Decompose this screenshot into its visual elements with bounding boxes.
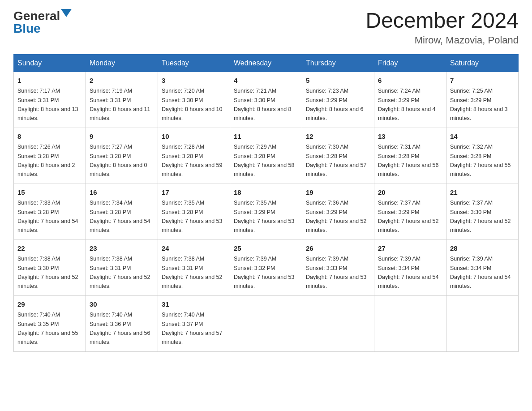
day-info: Sunrise: 7:40 AMSunset: 3:35 PMDaylight:… [17,312,78,345]
day-number: 9 [90,132,154,142]
day-number: 4 [234,76,298,86]
calendar-cell: 30 Sunrise: 7:40 AMSunset: 3:36 PMDaylig… [86,295,158,351]
day-number: 30 [90,300,154,310]
day-number: 31 [162,300,226,310]
logo: General Blue [13,9,72,36]
day-number: 21 [450,188,515,198]
calendar-header-row: SundayMondayTuesdayWednesdayThursdayFrid… [14,54,519,72]
day-info: Sunrise: 7:33 AMSunset: 3:28 PMDaylight:… [17,200,78,233]
calendar-cell: 22 Sunrise: 7:38 AMSunset: 3:30 PMDaylig… [14,240,86,295]
day-info: Sunrise: 7:39 AMSunset: 3:34 PMDaylight:… [450,256,511,289]
calendar-cell: 20 Sunrise: 7:37 AMSunset: 3:29 PMDaylig… [374,184,446,240]
day-info: Sunrise: 7:37 AMSunset: 3:29 PMDaylight:… [378,200,439,233]
calendar-cell: 5 Sunrise: 7:23 AMSunset: 3:29 PMDayligh… [302,72,374,128]
day-number: 2 [90,76,154,86]
day-info: Sunrise: 7:21 AMSunset: 3:30 PMDaylight:… [234,88,292,121]
svg-marker-0 [61,9,72,17]
calendar-cell: 4 Sunrise: 7:21 AMSunset: 3:30 PMDayligh… [230,72,302,128]
column-header-friday: Friday [374,54,446,72]
day-info: Sunrise: 7:28 AMSunset: 3:28 PMDaylight:… [162,144,223,177]
calendar-cell: 1 Sunrise: 7:17 AMSunset: 3:31 PMDayligh… [14,72,86,128]
day-number: 14 [450,132,515,142]
calendar-cell: 28 Sunrise: 7:39 AMSunset: 3:34 PMDaylig… [446,240,519,295]
day-info: Sunrise: 7:24 AMSunset: 3:29 PMDaylight:… [378,88,436,121]
day-number: 8 [17,132,82,142]
day-info: Sunrise: 7:31 AMSunset: 3:28 PMDaylight:… [378,144,439,177]
calendar-cell [230,295,302,351]
calendar-cell [374,295,446,351]
calendar-cell: 12 Sunrise: 7:30 AMSunset: 3:28 PMDaylig… [302,128,374,184]
day-info: Sunrise: 7:38 AMSunset: 3:31 PMDaylight:… [90,256,150,289]
calendar-cell: 6 Sunrise: 7:24 AMSunset: 3:29 PMDayligh… [374,72,446,128]
calendar-cell: 17 Sunrise: 7:35 AMSunset: 3:28 PMDaylig… [158,184,230,240]
day-info: Sunrise: 7:38 AMSunset: 3:30 PMDaylight:… [17,256,78,289]
calendar-week-row: 8 Sunrise: 7:26 AMSunset: 3:28 PMDayligh… [14,128,519,184]
calendar-cell: 27 Sunrise: 7:39 AMSunset: 3:34 PMDaylig… [374,240,446,295]
day-number: 15 [17,188,82,198]
calendar-cell: 15 Sunrise: 7:33 AMSunset: 3:28 PMDaylig… [14,184,86,240]
calendar-cell: 31 Sunrise: 7:40 AMSunset: 3:37 PMDaylig… [158,295,230,351]
day-info: Sunrise: 7:17 AMSunset: 3:31 PMDaylight:… [17,88,78,121]
calendar-cell: 2 Sunrise: 7:19 AMSunset: 3:31 PMDayligh… [86,72,158,128]
day-number: 22 [17,244,82,254]
calendar-table: SundayMondayTuesdayWednesdayThursdayFrid… [13,54,519,352]
logo-triangle-icon [61,9,72,20]
calendar-cell: 14 Sunrise: 7:32 AMSunset: 3:28 PMDaylig… [446,128,519,184]
day-info: Sunrise: 7:35 AMSunset: 3:28 PMDaylight:… [162,200,223,233]
calendar-cell: 11 Sunrise: 7:29 AMSunset: 3:28 PMDaylig… [230,128,302,184]
calendar-cell: 26 Sunrise: 7:39 AMSunset: 3:33 PMDaylig… [302,240,374,295]
day-number: 16 [90,188,154,198]
calendar-cell: 3 Sunrise: 7:20 AMSunset: 3:30 PMDayligh… [158,72,230,128]
day-info: Sunrise: 7:39 AMSunset: 3:33 PMDaylight:… [306,256,367,289]
column-header-wednesday: Wednesday [230,54,302,72]
day-info: Sunrise: 7:34 AMSunset: 3:28 PMDaylight:… [90,200,150,233]
day-number: 18 [234,188,298,198]
calendar-cell: 9 Sunrise: 7:27 AMSunset: 3:28 PMDayligh… [86,128,158,184]
day-number: 5 [306,76,370,86]
calendar-cell: 23 Sunrise: 7:38 AMSunset: 3:31 PMDaylig… [86,240,158,295]
calendar-cell: 21 Sunrise: 7:37 AMSunset: 3:30 PMDaylig… [446,184,519,240]
page-header: General Blue December 2024 Mirow, Mazovi… [13,9,519,46]
calendar-cell: 8 Sunrise: 7:26 AMSunset: 3:28 PMDayligh… [14,128,86,184]
logo-blue-text: Blue [13,21,41,36]
day-info: Sunrise: 7:23 AMSunset: 3:29 PMDaylight:… [306,88,364,121]
calendar-week-row: 15 Sunrise: 7:33 AMSunset: 3:28 PMDaylig… [14,184,519,240]
calendar-title: December 2024 [365,9,519,33]
day-number: 17 [162,188,226,198]
day-number: 6 [378,76,442,86]
day-number: 3 [162,76,226,86]
column-header-saturday: Saturday [446,54,519,72]
day-info: Sunrise: 7:29 AMSunset: 3:28 PMDaylight:… [234,144,295,177]
calendar-cell [302,295,374,351]
day-number: 20 [378,188,442,198]
day-info: Sunrise: 7:39 AMSunset: 3:32 PMDaylight:… [234,256,295,289]
day-number: 23 [90,244,154,254]
calendar-cell: 13 Sunrise: 7:31 AMSunset: 3:28 PMDaylig… [374,128,446,184]
day-number: 10 [162,132,226,142]
calendar-cell: 24 Sunrise: 7:38 AMSunset: 3:31 PMDaylig… [158,240,230,295]
day-info: Sunrise: 7:19 AMSunset: 3:31 PMDaylight:… [90,88,150,121]
calendar-week-row: 1 Sunrise: 7:17 AMSunset: 3:31 PMDayligh… [14,72,519,128]
calendar-week-row: 22 Sunrise: 7:38 AMSunset: 3:30 PMDaylig… [14,240,519,295]
day-number: 24 [162,244,226,254]
day-info: Sunrise: 7:37 AMSunset: 3:30 PMDaylight:… [450,200,511,233]
day-number: 7 [450,76,515,86]
day-number: 13 [378,132,442,142]
calendar-cell: 10 Sunrise: 7:28 AMSunset: 3:28 PMDaylig… [158,128,230,184]
day-info: Sunrise: 7:26 AMSunset: 3:28 PMDaylight:… [17,144,75,177]
calendar-cell: 7 Sunrise: 7:25 AMSunset: 3:29 PMDayligh… [446,72,519,128]
calendar-cell: 18 Sunrise: 7:35 AMSunset: 3:29 PMDaylig… [230,184,302,240]
column-header-monday: Monday [86,54,158,72]
day-number: 25 [234,244,298,254]
day-info: Sunrise: 7:32 AMSunset: 3:28 PMDaylight:… [450,144,511,177]
day-info: Sunrise: 7:38 AMSunset: 3:31 PMDaylight:… [162,256,223,289]
day-info: Sunrise: 7:36 AMSunset: 3:29 PMDaylight:… [306,200,367,233]
day-number: 28 [450,244,515,254]
day-info: Sunrise: 7:30 AMSunset: 3:28 PMDaylight:… [306,144,367,177]
day-number: 11 [234,132,298,142]
day-info: Sunrise: 7:40 AMSunset: 3:37 PMDaylight:… [162,312,223,345]
column-header-tuesday: Tuesday [158,54,230,72]
day-info: Sunrise: 7:35 AMSunset: 3:29 PMDaylight:… [234,200,295,233]
day-number: 27 [378,244,442,254]
day-number: 12 [306,132,370,142]
